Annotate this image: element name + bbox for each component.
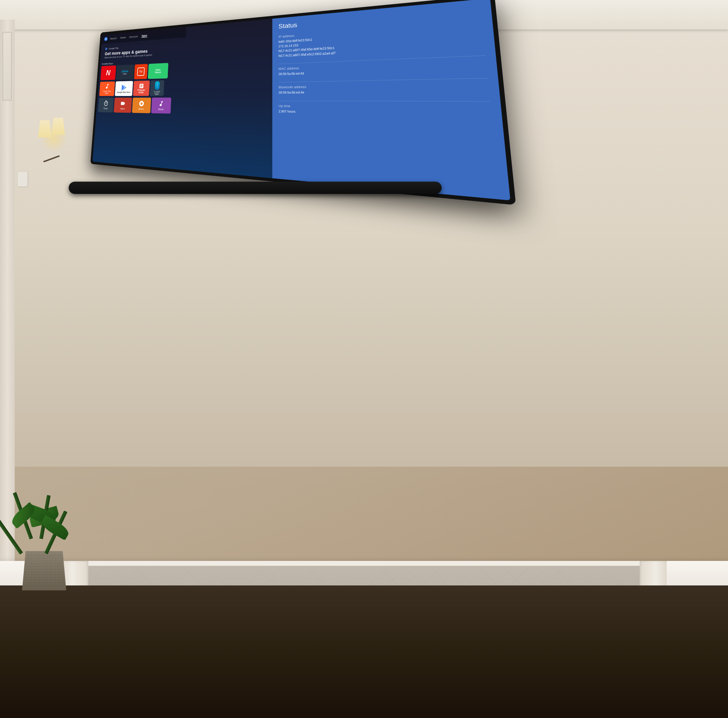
app-row-3: Timer Video Album [98, 98, 171, 113]
bluetooth-label: Bluetooth address [278, 82, 489, 89]
google-play-icon [105, 47, 108, 51]
gplay-music-label: Google PlayMusic [102, 90, 111, 94]
status-panel: Status IP address fe80::65d:4bff:fe23:50… [272, 0, 510, 200]
timer-label: Timer [103, 107, 108, 110]
bluetooth-value: 28:56:5a:6b:ed:4e [278, 88, 489, 95]
google-play-label: Google Play [109, 47, 119, 50]
plant-leaves [5, 455, 88, 554]
google-play-store-app[interactable]: Google Play Store [115, 81, 133, 96]
google-play-music-app[interactable]: Google PlayMusic [99, 81, 115, 96]
lamp-shade-left [38, 120, 52, 138]
album-label: Album [138, 107, 144, 110]
netflix-app[interactable]: N [100, 65, 116, 80]
app-row-2: Google PlayMusic Google Play Store [99, 80, 164, 96]
app-row-1: N prime video TV [100, 63, 168, 80]
status-divider-3 [279, 101, 491, 101]
video-icon [120, 100, 125, 107]
timer-icon [103, 100, 109, 107]
ip-val-1: fe80::65d:4bff:fe23:50c1 [278, 38, 312, 44]
status-divider-2 [278, 78, 488, 82]
prime-label: prime [122, 69, 128, 73]
video-label: Video [120, 107, 125, 110]
music-label: Music [158, 108, 164, 110]
tv-left-panel: G Search Home Discover Apps Google Play [92, 18, 272, 178]
tv-unit: G Search Home Discover Apps Google Play [57, 15, 461, 187]
program-guide-app[interactable]: ProgramGuide [133, 81, 150, 96]
prime-video-app[interactable]: prime video [116, 64, 134, 80]
nav-discover[interactable]: Discover [129, 35, 138, 38]
alexa-app[interactable]: TV ControlAmazonAlexa [150, 80, 164, 96]
ip-val-2: 172.16.14.153 [278, 44, 298, 48]
timer-app[interactable]: Timer [98, 98, 114, 112]
tv-app[interactable]: TV [134, 64, 148, 79]
music-app[interactable]: Music [151, 98, 171, 113]
mac-address-section: MAC address 28:56:5a:6b:ed:4d [278, 59, 487, 77]
uptime-label: Up time [279, 104, 491, 110]
tv-label: TV [139, 70, 142, 73]
google-assistant-icon: G [104, 37, 108, 41]
tv-screen: G Search Home Discover Apps Google Play [92, 0, 510, 200]
sony-label: SonySelect [155, 68, 161, 73]
floor [0, 585, 728, 718]
music-icon [158, 100, 164, 107]
sony-select-app[interactable]: SonySelect [148, 63, 168, 79]
google-play-store-icon [121, 84, 127, 91]
tv-frame: G Search Home Discover Apps Google Play [90, 0, 516, 205]
plant-container [0, 463, 93, 590]
wainscoting-panel [3, 32, 12, 101]
installed-apps-label: Installed Apps [102, 62, 113, 65]
uptime-section: Up time 2,907 hours [279, 104, 492, 118]
plant-pot-texture [23, 554, 65, 588]
nav-search[interactable]: Search [110, 37, 117, 40]
album-icon [139, 100, 145, 107]
netflix-logo: N [106, 69, 111, 77]
light-switch [18, 172, 28, 187]
program-guide-label: ProgramGuide [138, 89, 145, 93]
video-app[interactable]: Video [113, 98, 132, 113]
soundbar [69, 182, 442, 194]
uptime-value: 2,907 hours [279, 109, 492, 118]
nav-home[interactable]: Home [120, 36, 126, 39]
alexa-label: TV ControlAmazonAlexa [154, 90, 160, 95]
program-guide-icon [139, 83, 144, 89]
music-note-icon [104, 83, 110, 90]
bluetooth-section: Bluetooth address 28:56:5a:6b:ed:4e [278, 82, 489, 95]
tv-icon: TV [137, 67, 145, 76]
album-app[interactable]: Album [132, 98, 151, 113]
prime-video-label: video [123, 73, 127, 75]
gplay-store-label: Google Play Store [117, 91, 130, 93]
nav-apps[interactable]: Apps [141, 34, 147, 38]
